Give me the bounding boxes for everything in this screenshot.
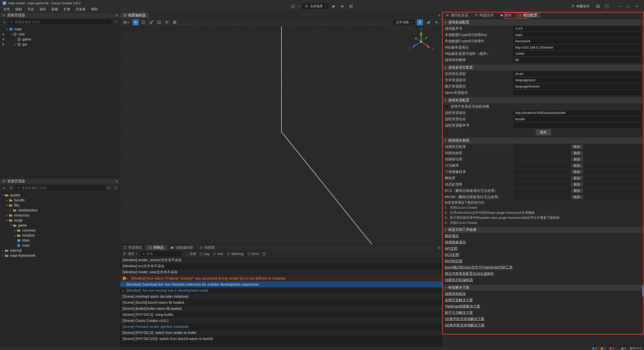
tab-clapper[interactable]: 动画编辑器 xyxy=(167,245,196,250)
lighting-toggle-button[interactable] xyxy=(417,19,423,25)
expand-arrow-icon[interactable]: ▸ xyxy=(123,283,126,286)
warning-count[interactable]: 1 xyxy=(601,347,606,350)
expand-arrow-icon[interactable]: ▸ xyxy=(1,249,5,252)
coordinate-toggle-button[interactable] xyxy=(172,19,178,25)
view-mode-select[interactable]: 正常浏览 ▾ xyxy=(393,20,415,25)
delete-module-button[interactable]: 删除 xyxy=(571,189,583,193)
filter-info[interactable]: ✓Info xyxy=(213,252,223,256)
preview-window-button[interactable] xyxy=(595,3,601,9)
panel-menu-icon[interactable]: ≡ xyxy=(438,246,440,250)
asset-node[interactable]: ▸bundle xyxy=(0,198,120,203)
stats-toggle-button[interactable] xyxy=(425,19,431,25)
preview-target-button[interactable] xyxy=(290,3,296,9)
delete-module-button[interactable]: 删除 xyxy=(571,157,583,161)
delete-module-button[interactable]: 删除 xyxy=(571,151,583,155)
delete-module-button[interactable]: 删除 xyxy=(571,163,583,168)
build-publish-button[interactable]: 构建发布 xyxy=(571,4,589,9)
expand-arrow-icon[interactable]: ▸ xyxy=(123,289,126,292)
panel-menu-icon[interactable]: ≡ xyxy=(438,13,440,17)
minimize-button[interactable]: ─ xyxy=(615,3,624,10)
delete-module-button[interactable]: 删除 xyxy=(571,145,583,149)
view-gizmo[interactable]: Y X Z xyxy=(407,28,435,56)
console-line[interactable]: [Window] model_view文件夹不存在 xyxy=(120,269,442,275)
rect-tool-button[interactable] xyxy=(156,19,162,25)
console-line[interactable]: [Scene] [PHYSICS2D]: switch from box2d-w… xyxy=(120,336,442,342)
hierarchy-node[interactable]: game xyxy=(0,37,120,42)
asset-node[interactable]: ▾script xyxy=(0,218,120,223)
step-button[interactable] xyxy=(339,3,345,9)
expand-arrow-icon[interactable]: ▾ xyxy=(9,224,13,227)
console-line[interactable]: [Scene] Cocos Creator v3.8.2 xyxy=(120,318,442,324)
console-line[interactable]: [Window] ecs文件夹不存在 xyxy=(120,263,442,269)
expand-arrow-icon[interactable]: ▸ xyxy=(13,234,17,237)
delete-module-button[interactable]: 删除 xyxy=(571,182,583,187)
asset-node[interactable]: ▸internal xyxy=(0,248,120,253)
expand-arrow-icon[interactable]: ▸ xyxy=(9,209,13,212)
doc-link[interactable]: 2D角色扮演游戏解决方案 xyxy=(445,317,485,321)
console-line[interactable]: [Window] render_texture文件夹不存在 xyxy=(120,257,442,263)
property-input[interactable] xyxy=(513,78,641,83)
doc-link[interactable]: 全栈开发解决方案 xyxy=(445,298,473,302)
asset-node[interactable]: ▾game xyxy=(0,223,120,228)
regex-toggle[interactable]: 正则 xyxy=(185,252,196,256)
open-log-file-button[interactable] xyxy=(262,252,266,256)
info-count[interactable]: 3 xyxy=(592,347,597,350)
menu-item[interactable]: 节点 xyxy=(25,6,37,12)
menu-item[interactable]: 扩展 xyxy=(61,6,73,12)
tab-hammer[interactable]: 构建发布 xyxy=(471,12,497,18)
section-header[interactable]: ▾游戏基础配置 xyxy=(442,19,644,25)
doc-link[interactable]: Excel格式转Json文件与TypeScript代码工具 xyxy=(445,265,513,270)
property-input[interactable] xyxy=(513,51,641,56)
create-asset-button[interactable]: + xyxy=(2,185,7,190)
doc-link[interactable]: 原生包热更新配置自动生成插件 xyxy=(445,272,494,276)
asset-node[interactable]: ▸common xyxy=(0,228,120,233)
menu-item[interactable]: 编辑 xyxy=(13,6,25,12)
delete-module-button[interactable]: 删除 xyxy=(571,170,583,174)
section-header[interactable]: ▾游戏资源配置 xyxy=(442,97,644,103)
expand-arrow-icon[interactable]: ▾ xyxy=(5,204,9,207)
panel-menu-icon[interactable]: ≡ xyxy=(116,13,118,17)
menu-item[interactable]: 文件 xyxy=(1,6,13,12)
console-line[interactable]: [Scene] meshopt wasm decoder initialized xyxy=(120,293,442,299)
property-input[interactable] xyxy=(513,90,641,95)
maximize-button[interactable]: □ xyxy=(624,3,632,10)
error-count[interactable]: 0 xyxy=(609,347,614,350)
doc-link[interactable]: API文档 xyxy=(445,246,458,251)
close-button[interactable]: × xyxy=(632,3,641,10)
doc-link[interactable]: MVVM文档 xyxy=(445,259,462,264)
property-input[interactable] xyxy=(513,58,641,63)
doc-link[interactable]: 3D角色扮演游戏解决方案 xyxy=(445,323,485,328)
filter-icon[interactable] xyxy=(113,19,118,24)
hierarchy-node[interactable]: ▾root xyxy=(0,32,120,37)
asset-node[interactable]: main xyxy=(0,243,120,248)
tab-scene-editor[interactable]: 场景编辑器 xyxy=(120,12,149,18)
asset-node[interactable]: ▸initialize xyxy=(0,233,120,238)
property-input[interactable] xyxy=(513,110,641,115)
property-input[interactable] xyxy=(513,39,641,44)
console-line[interactable]: ▸[Window] Download the Vue Devtools exte… xyxy=(120,281,442,287)
doc-link[interactable]: Tiledmap地图解决方案 xyxy=(445,304,480,309)
delete-module-button[interactable]: 删除 xyxy=(571,195,583,199)
menu-item[interactable]: 开发者 xyxy=(73,6,88,12)
expand-arrow-icon[interactable]: ▾ xyxy=(9,33,13,36)
section-header[interactable]: ▾框架解决方案 xyxy=(442,285,644,291)
asset-node[interactable]: ▸oops-framework xyxy=(0,253,120,258)
doc-link[interactable]: 动画状态机编辑器 xyxy=(445,278,473,282)
property-input[interactable] xyxy=(513,45,641,50)
message-count[interactable]: 0 xyxy=(621,347,626,350)
filter-error[interactable]: ✓Error xyxy=(247,252,259,256)
property-input[interactable] xyxy=(513,71,641,76)
rotate-tool-button[interactable] xyxy=(140,19,146,25)
console-line[interactable]: [Scene] [bullet]:bullet wasm lib loaded. xyxy=(120,305,442,312)
expand-arrow-icon[interactable]: ▾ xyxy=(5,28,9,31)
preview-target-caret-icon[interactable]: ▾ xyxy=(299,5,300,8)
expand-arrow-icon[interactable]: ▸ xyxy=(1,254,5,257)
tab-cloud[interactable]: 服务 xyxy=(497,12,515,18)
tab-graph[interactable]: 动画图 xyxy=(196,245,218,250)
doc-link[interactable]: 教程项目 xyxy=(445,234,459,238)
refresh-assets-icon[interactable] xyxy=(113,185,118,190)
expand-arrow-icon[interactable]: ▾ xyxy=(5,219,9,222)
hierarchy-search-input[interactable] xyxy=(15,20,110,24)
console-search-input[interactable] xyxy=(146,252,180,256)
console-line[interactable]: [Scene] Forward render pipeline initiali… xyxy=(120,324,442,330)
